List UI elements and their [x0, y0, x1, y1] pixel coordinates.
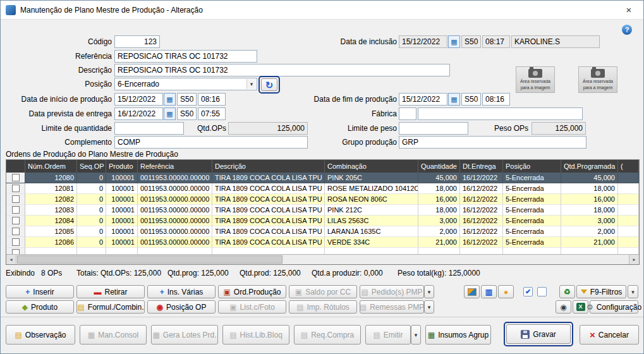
posicao-op-button[interactable]: ◉Posição OP — [147, 300, 216, 314]
emitir-button: ▤Emitir — [365, 325, 411, 345]
cell-combinacao: PINK 205C — [325, 173, 418, 183]
horizontal-scrollbar[interactable]: ◂ ▸ — [6, 254, 639, 264]
scrollbar-thumb[interactable] — [17, 255, 283, 264]
row-select-cell[interactable] — [6, 183, 25, 194]
header-overflow[interactable]: ( — [618, 160, 639, 173]
f9-filtros-button[interactable]: F9-Filtros — [576, 285, 626, 298]
fabrica-code-field[interactable] — [399, 107, 416, 120]
row-select-cell[interactable] — [6, 194, 25, 205]
retirar-button[interactable]: ▬Retirar — [76, 285, 145, 298]
grupo-producao-field[interactable] — [399, 136, 586, 149]
data-entrega-date-field[interactable] — [114, 107, 163, 120]
refresh-icon: ↻ — [265, 80, 274, 90]
image-placeholder-2[interactable]: Área reservada para a imagem — [578, 66, 617, 93]
produto-button[interactable]: ◆Produto — [6, 300, 74, 314]
table-row[interactable]: 12080 0 100001 0011953.00000.00000 TIRA … — [6, 173, 639, 183]
limite-peso-field[interactable] — [399, 122, 468, 135]
gera-lotes-button: ▦Gera Lotes Prd. — [151, 325, 218, 345]
scrollbar-track[interactable] — [16, 255, 629, 264]
deselect-all-checkbox[interactable] — [537, 287, 547, 296]
cell-referencia: 0011953.00000.00000 — [138, 216, 212, 226]
data-entrega-filial-field[interactable] — [177, 107, 197, 120]
cell-referencia: 0011953.00000.00000 — [138, 194, 212, 205]
cancelar-button[interactable]: ×Cancelar — [580, 325, 639, 345]
help-icon[interactable]: ? — [622, 25, 632, 35]
row-checkbox[interactable] — [12, 185, 20, 192]
image-placeholder-1[interactable]: Área reservada para a imagem — [516, 66, 555, 93]
configuracao-label: Configuração — [597, 303, 641, 312]
row-checkbox[interactable] — [12, 206, 20, 214]
slides-icon-button[interactable] — [464, 285, 480, 298]
header-descricao[interactable]: Descrição — [212, 160, 325, 173]
data-inicio-filial-field[interactable] — [177, 93, 197, 106]
row-checkbox[interactable] — [12, 238, 20, 246]
header-produto[interactable]: Produto — [106, 160, 138, 173]
grid-icon-button[interactable]: ▥ — [481, 285, 497, 298]
row-select-cell[interactable] — [6, 216, 25, 226]
codigo-field[interactable] — [114, 35, 160, 48]
formul-combin-button[interactable]: ▤Formul./Combin. — [76, 300, 145, 314]
data-inicio-date-field[interactable] — [114, 93, 163, 106]
cell-posicao: 5-Encerrada — [503, 173, 561, 183]
table-row[interactable]: 12086 0 100001 0011953.00000.00000 TIRA … — [6, 237, 639, 248]
observacao-button[interactable]: ▤Observação — [6, 325, 75, 345]
header-referencia[interactable]: Referência — [138, 160, 212, 173]
scroll-left-icon[interactable]: ◂ — [6, 255, 16, 264]
table-row[interactable]: 12085 0 100001 0011953.00000.00000 TIRA … — [6, 226, 639, 237]
data-inicio-calendar-icon[interactable]: ▦ — [164, 93, 176, 106]
eye-icon-button[interactable]: ◉ — [556, 300, 571, 314]
close-icon[interactable]: × — [621, 4, 637, 15]
header-qtd-programada[interactable]: Qtd.Programada — [561, 160, 618, 173]
header-num-ordem[interactable]: Núm.Ordem — [25, 160, 77, 173]
refresh-posicao-button[interactable]: ↻ — [261, 78, 277, 91]
row-select-cell[interactable] — [6, 248, 25, 254]
row-select-cell[interactable] — [6, 226, 25, 237]
data-entrega-calendar-icon[interactable]: ▦ — [164, 107, 176, 120]
data-fim-date-field[interactable] — [399, 93, 447, 106]
table-row[interactable]: 12081 0 100001 0011953.00000.00000 TIRA … — [6, 183, 639, 194]
table-row[interactable]: 12084 0 100001 0011953.00000.00000 TIRA … — [6, 216, 639, 226]
row-checkbox[interactable] — [12, 195, 20, 203]
ord-producao-button[interactable]: ▣Ord.Produção — [218, 285, 286, 298]
descricao-field[interactable] — [114, 64, 450, 76]
header-combinacao[interactable]: Combinação — [325, 160, 418, 173]
fabrica-name-field[interactable] — [418, 107, 583, 120]
scroll-right-icon[interactable]: ▸ — [629, 255, 639, 264]
gravar-button[interactable]: Gravar — [506, 324, 571, 344]
recycle-icon-button[interactable]: ♻ — [559, 285, 575, 298]
table-row[interactable]: 12083 0 100001 0011953.00000.00000 TIRA … — [6, 205, 639, 216]
row-select-cell[interactable] — [6, 237, 25, 248]
data-fim-calendar-icon[interactable]: ▦ — [448, 93, 460, 106]
header-seq-op[interactable]: Seq.OP — [77, 160, 106, 173]
ins-varias-button[interactable]: +Ins. Várias — [147, 285, 216, 298]
row-checkbox[interactable] — [12, 174, 20, 181]
select-all-checkbox[interactable]: ✔ — [523, 287, 533, 296]
data-fim-filial-field[interactable] — [461, 93, 481, 106]
header-quantidade[interactable]: Quantidade — [418, 160, 460, 173]
inserir-button[interactable]: +Inserir — [6, 285, 74, 298]
ball-icon-button[interactable]: ● — [498, 285, 514, 298]
cell-overflow — [618, 183, 639, 194]
row-select-cell[interactable] — [6, 205, 25, 216]
chevron-down-icon[interactable]: ▾ — [246, 79, 256, 89]
header-posicao[interactable]: Posição — [503, 160, 561, 173]
table-row[interactable]: 12082 0 100001 0011953.00000.00000 TIRA … — [6, 194, 639, 205]
data-inicio-time-field[interactable] — [198, 93, 226, 106]
row-checkbox[interactable] — [12, 217, 20, 224]
row-select-cell[interactable] — [6, 173, 25, 183]
cell-seq-op: 0 — [77, 173, 106, 183]
data-inclusao-calendar-icon[interactable]: ▦ — [448, 35, 460, 48]
f9-filtros-dropdown-icon[interactable]: ▾ — [628, 285, 638, 298]
configuracao-button[interactable]: ⚙Configuração — [590, 300, 638, 314]
row-checkbox[interactable] — [12, 249, 20, 254]
table-row[interactable] — [6, 248, 639, 254]
insumos-agrup-button[interactable]: ▦Insumos Agrup — [425, 325, 491, 345]
referencia-field[interactable] — [114, 50, 257, 63]
data-entrega-time-field[interactable] — [198, 107, 226, 120]
header-dt-entrega[interactable]: Dt.Entrega — [460, 160, 503, 173]
data-fim-time-field[interactable] — [482, 93, 510, 106]
posicao-dropdown[interactable]: 6-Encerrado ▾ — [114, 78, 257, 90]
limite-quantidade-field[interactable] — [114, 122, 184, 135]
header-select[interactable] — [6, 160, 25, 173]
row-checkbox[interactable] — [12, 228, 20, 235]
